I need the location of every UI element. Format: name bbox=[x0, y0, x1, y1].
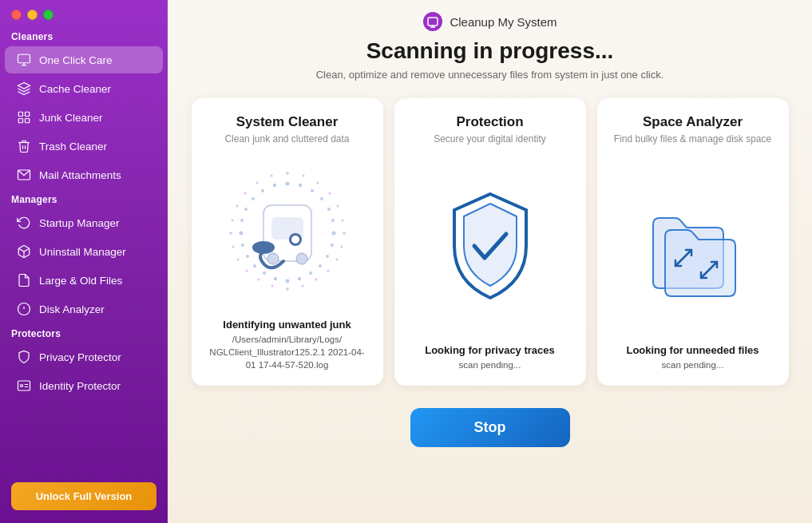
svg-point-72 bbox=[267, 253, 279, 264]
svg-point-65 bbox=[255, 181, 258, 184]
svg-point-40 bbox=[252, 197, 255, 200]
sidebar-item-one-click-care[interactable]: One Click Care bbox=[5, 46, 163, 73]
app-title: Cleanup My System bbox=[450, 15, 557, 29]
svg-point-32 bbox=[273, 277, 276, 280]
svg-point-22 bbox=[320, 197, 323, 200]
svg-point-31 bbox=[285, 279, 289, 283]
svg-point-52 bbox=[327, 269, 329, 271]
sidebar-item-label: Uninstall Manager bbox=[39, 246, 126, 258]
sidebar-item-label: Large & Old Files bbox=[39, 275, 122, 287]
svg-point-68 bbox=[252, 241, 275, 254]
svg-point-39 bbox=[244, 208, 248, 211]
close-button[interactable] bbox=[11, 10, 22, 20]
traffic-lights bbox=[0, 0, 168, 26]
svg-point-34 bbox=[253, 264, 256, 267]
svg-point-66 bbox=[270, 174, 272, 176]
svg-point-44 bbox=[302, 174, 304, 176]
sidebar-item-label: Cache Cleaner bbox=[39, 83, 111, 95]
protection-status-sub: scan pending... bbox=[458, 359, 521, 371]
svg-point-20 bbox=[298, 184, 301, 187]
svg-point-43 bbox=[286, 172, 289, 175]
protection-title: Protection bbox=[456, 114, 523, 130]
shield-icon bbox=[16, 349, 32, 365]
protection-illustration bbox=[409, 156, 572, 336]
svg-point-48 bbox=[341, 219, 343, 221]
package-icon bbox=[16, 244, 32, 260]
sidebar-item-label: Identity Protector bbox=[39, 380, 121, 392]
minimize-button[interactable] bbox=[27, 10, 38, 20]
svg-point-60 bbox=[232, 245, 234, 248]
sidebar-item-label: Privacy Protector bbox=[39, 351, 121, 363]
sidebar-item-uninstall-manager[interactable]: Uninstall Manager bbox=[5, 238, 163, 265]
svg-point-63 bbox=[236, 204, 238, 207]
svg-point-51 bbox=[335, 258, 338, 260]
svg-point-37 bbox=[239, 231, 243, 235]
file-icon bbox=[16, 272, 32, 288]
sidebar-section-managers: Managers bbox=[0, 189, 168, 208]
sidebar-item-label: Mail Attachments bbox=[39, 169, 121, 181]
svg-point-28 bbox=[319, 264, 322, 267]
sidebar-item-startup-manager[interactable]: Startup Manager bbox=[5, 209, 163, 236]
svg-point-49 bbox=[343, 232, 346, 235]
sidebar-item-cache-cleaner[interactable]: Cache Cleaner bbox=[5, 75, 163, 102]
app-icon bbox=[422, 11, 443, 32]
maximize-button[interactable] bbox=[43, 10, 53, 20]
refresh-icon bbox=[16, 215, 32, 231]
svg-point-62 bbox=[231, 219, 233, 221]
sidebar-item-label: Trash Cleaner bbox=[39, 141, 107, 153]
svg-point-27 bbox=[326, 255, 329, 258]
protection-status-title: Looking for privacy traces bbox=[425, 344, 555, 356]
sidebar-section-protectors: Protectors bbox=[0, 323, 168, 343]
system-cleaner-title: System Cleaner bbox=[236, 114, 339, 130]
svg-point-45 bbox=[316, 181, 319, 184]
sidebar-item-large-old-files[interactable]: Large & Old Files bbox=[5, 267, 163, 294]
svg-point-25 bbox=[331, 231, 335, 235]
system-cleaner-status-sub: /Users/admin/Library/Logs/ NGLClient_Ill… bbox=[206, 333, 369, 371]
space-analyzer-status-title: Looking for unneeded files bbox=[626, 344, 759, 356]
sidebar-item-trash-cleaner[interactable]: Trash Cleaner bbox=[5, 133, 163, 160]
space-analyzer-title: Space Analyzer bbox=[643, 114, 743, 130]
space-analyzer-card: Space Analyzer Find bulky files & manage… bbox=[597, 98, 789, 386]
sidebar-item-mail-attachments[interactable]: Mail Attachments bbox=[5, 161, 163, 188]
svg-rect-6 bbox=[18, 119, 22, 123]
unlock-full-version-button[interactable]: Unlock Full Version bbox=[11, 482, 156, 510]
sidebar: Cleaners One Click Care Cache Cleaner Ju… bbox=[0, 0, 168, 523]
svg-point-73 bbox=[296, 253, 307, 264]
svg-marker-3 bbox=[18, 83, 30, 89]
sidebar-item-privacy-protector[interactable]: Privacy Protector bbox=[5, 343, 163, 370]
svg-point-30 bbox=[297, 277, 300, 280]
svg-point-35 bbox=[246, 255, 249, 258]
svg-point-41 bbox=[261, 189, 264, 192]
cards-row: System Cleaner Clean junk and cluttered … bbox=[184, 98, 796, 386]
svg-point-64 bbox=[244, 192, 246, 194]
svg-point-46 bbox=[328, 192, 331, 194]
protection-card: Protection Secure your digital identity … bbox=[394, 98, 586, 386]
svg-point-14 bbox=[21, 385, 23, 387]
sidebar-item-identity-protector[interactable]: Identity Protector bbox=[5, 372, 163, 399]
sidebar-item-junk-cleaner[interactable]: Junk Cleaner bbox=[5, 104, 163, 131]
space-analyzer-illustration bbox=[612, 156, 774, 336]
system-cleaner-illustration bbox=[206, 156, 369, 311]
svg-point-23 bbox=[327, 208, 331, 211]
svg-rect-0 bbox=[18, 54, 30, 63]
svg-point-29 bbox=[309, 271, 312, 275]
main-content: Cleanup My System Scanning in progress..… bbox=[168, 0, 812, 523]
svg-point-59 bbox=[236, 258, 239, 260]
svg-point-38 bbox=[240, 219, 244, 222]
monitor-icon bbox=[16, 52, 32, 68]
svg-point-21 bbox=[311, 189, 314, 192]
sidebar-item-disk-analyzer[interactable]: Disk Analyzer bbox=[5, 295, 163, 323]
space-analyzer-subtitle: Find bulky files & manage disk space bbox=[614, 133, 771, 145]
svg-point-47 bbox=[336, 204, 339, 207]
svg-point-56 bbox=[271, 284, 273, 287]
svg-point-19 bbox=[285, 181, 289, 185]
svg-rect-4 bbox=[18, 112, 22, 116]
svg-rect-13 bbox=[18, 381, 30, 390]
svg-point-71 bbox=[291, 236, 299, 244]
content-area: Scanning in progress... Clean, optimize … bbox=[168, 38, 812, 523]
stop-button[interactable]: Stop bbox=[410, 408, 570, 447]
trash-icon bbox=[16, 138, 32, 154]
topbar: Cleanup My System bbox=[168, 0, 812, 38]
system-cleaner-subtitle: Clean junk and cluttered data bbox=[224, 133, 349, 145]
svg-point-57 bbox=[257, 278, 259, 280]
